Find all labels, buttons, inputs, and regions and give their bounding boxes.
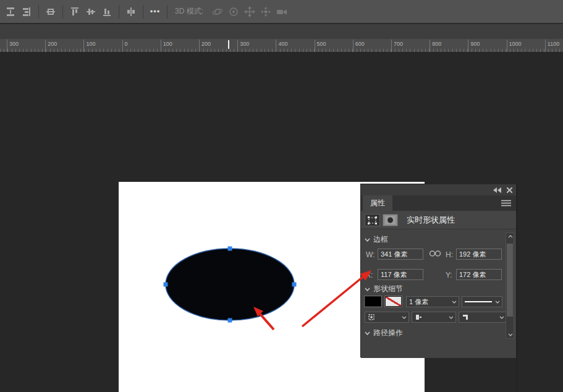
toolbar-separator	[143, 5, 143, 19]
toolbar-separator	[38, 5, 39, 19]
horizontal-ruler[interactable]: 3002001000100200300400500600700800900100…	[0, 39, 563, 53]
properties-panel: 属性 实时形状属性 边框 W: H:	[360, 184, 517, 357]
height-label: H:	[446, 250, 453, 259]
collapse-panel-icon[interactable]	[493, 187, 502, 193]
3d-mode-label: 3D 模式:	[175, 6, 203, 17]
tab-properties[interactable]: 属性	[363, 195, 392, 211]
align-vertical-centers-icon[interactable]	[83, 4, 99, 20]
distribute-vertical-centers-icon[interactable]	[2, 4, 19, 20]
chevron-down-icon	[365, 238, 370, 242]
align-bottom-edges-icon[interactable]	[99, 4, 115, 20]
ruler-label: 100	[83, 40, 95, 52]
transform-properties-button[interactable]	[365, 214, 380, 226]
panel-menu-icon[interactable]	[501, 200, 511, 207]
width-label: W:	[366, 250, 375, 259]
x-position-field[interactable]	[378, 269, 423, 280]
chevron-down-icon	[452, 300, 457, 304]
ruler-label: 1000	[507, 40, 522, 52]
ruler-label: 0	[122, 40, 128, 52]
chevron-down-icon	[365, 331, 370, 335]
chevron-down-icon	[499, 316, 504, 319]
ruler-label: 900	[468, 40, 480, 52]
width-field[interactable]	[378, 249, 423, 260]
y-position-label: Y:	[446, 271, 452, 279]
scroll-up-icon[interactable]	[508, 235, 513, 238]
section-shape-details[interactable]: 形状细节	[365, 284, 403, 294]
section-path-operations[interactable]: 路径操作	[365, 328, 403, 338]
align-horizontal-centers-icon[interactable]	[43, 4, 59, 20]
solid-line-icon	[465, 301, 492, 302]
stroke-align-dropdown[interactable]	[365, 312, 409, 323]
scrollbar-thumb[interactable]	[507, 244, 513, 317]
ruler-label: 200	[199, 40, 211, 52]
ruler-label: 600	[353, 40, 365, 52]
toolbar-separator	[62, 5, 63, 19]
stroke-type-dropdown[interactable]	[462, 296, 502, 307]
document-tab-strip	[0, 24, 563, 39]
panel-header: 实时形状属性	[361, 211, 516, 229]
ruler-label: 200	[45, 40, 57, 52]
fill-color-swatch[interactable]	[365, 296, 381, 307]
ruler-label: 500	[315, 40, 326, 52]
3d-orbit-camera-icon	[210, 4, 226, 20]
more-options-button[interactable]: •••	[147, 4, 163, 20]
ruler-label: 800	[430, 40, 441, 52]
dock-divider	[517, 184, 517, 392]
options-bar: ••• 3D 模式:	[0, 0, 563, 23]
panel-scrollbar[interactable]	[506, 232, 514, 339]
align-left-edges-icon[interactable]	[123, 4, 139, 20]
chevron-down-icon	[495, 300, 500, 304]
stroke-color-swatch-none[interactable]	[385, 296, 402, 307]
scroll-down-icon[interactable]	[508, 333, 513, 336]
ruler-cursor-marker	[228, 40, 229, 49]
toolbar-separator	[167, 5, 167, 19]
panel-content: 边框 W: H: X: Y: 形状细节 1 像素	[361, 229, 516, 358]
ruler-label: 100	[161, 40, 172, 52]
ruler-label: 700	[391, 40, 403, 52]
ruler-label: 1100	[545, 40, 559, 52]
stroke-cap-icon	[415, 313, 422, 321]
panel-tab-row: 属性	[361, 195, 516, 211]
stroke-corner-dropdown[interactable]	[459, 312, 507, 323]
section-bounds[interactable]: 边框	[365, 234, 388, 245]
distribute-right-edges-icon[interactable]	[19, 4, 35, 20]
stroke-cap-dropdown[interactable]	[412, 312, 456, 323]
stroke-corner-icon	[462, 313, 469, 321]
close-panel-icon[interactable]	[507, 187, 512, 193]
stroke-width-dropdown[interactable]: 1 像素	[406, 296, 459, 307]
ruler-label: 400	[276, 40, 287, 52]
ruler-label: 300	[7, 40, 19, 52]
stroke-align-icon	[368, 313, 375, 321]
3d-roll-camera-icon	[226, 4, 242, 20]
panel-title-live-shape-properties: 实时形状属性	[407, 211, 455, 229]
height-field[interactable]	[456, 249, 502, 260]
3d-slide-camera-icon	[258, 4, 274, 20]
chevron-down-icon	[365, 288, 370, 291]
link-dimensions-icon[interactable]	[429, 250, 441, 257]
panel-titlebar	[361, 184, 516, 195]
x-position-label: X:	[366, 271, 373, 279]
3d-pan-camera-icon	[242, 4, 258, 20]
3d-camera-icon	[274, 4, 290, 20]
chevron-down-icon	[402, 316, 407, 319]
mask-properties-button[interactable]	[383, 214, 398, 226]
ruler-label: 300	[237, 40, 249, 52]
align-top-edges-icon[interactable]	[67, 4, 83, 20]
canvas-pasteboard[interactable]: 属性 实时形状属性 边框 W: H:	[0, 53, 563, 392]
y-position-field[interactable]	[456, 269, 502, 280]
chevron-down-icon	[449, 316, 454, 319]
toolbar-separator	[119, 5, 119, 19]
